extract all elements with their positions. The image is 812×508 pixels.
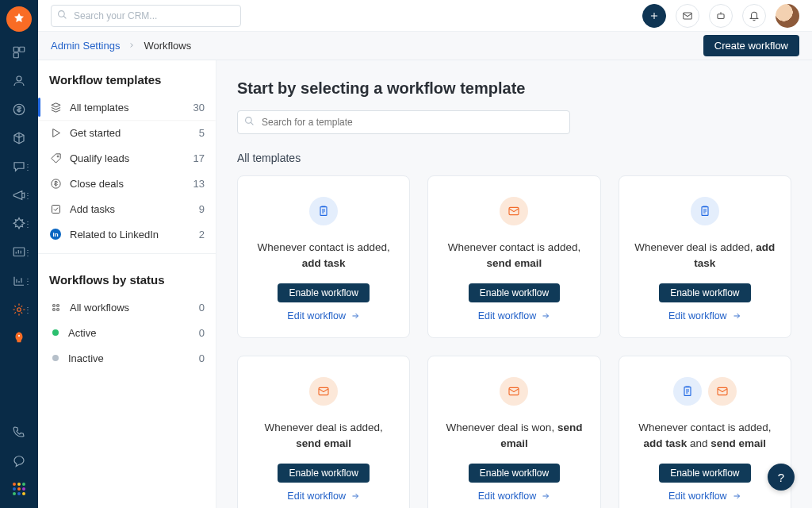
- search-input[interactable]: [51, 5, 241, 27]
- check-icon: [49, 203, 62, 215]
- rail-analytics[interactable]: [5, 240, 33, 265]
- rail-dashboard[interactable]: [5, 40, 33, 65]
- status-dot: [52, 355, 59, 361]
- tag-icon: [49, 152, 62, 164]
- svg-point-6: [17, 308, 21, 312]
- svg-rect-1: [20, 47, 25, 52]
- rail-settings[interactable]: [5, 297, 33, 322]
- svg-point-8: [59, 10, 65, 17]
- template-card: Whenever deal is won, send emailEnable w…: [427, 356, 600, 508]
- svg-rect-2: [13, 53, 18, 58]
- dollar-icon: [49, 178, 62, 190]
- linkedin-icon: in: [49, 229, 62, 240]
- rail-deals[interactable]: [5, 97, 33, 122]
- rail-automations[interactable]: [5, 211, 33, 237]
- sidebar-item-label: Qualify leads: [70, 152, 129, 164]
- card-icons: [673, 377, 737, 406]
- edit-workflow-link[interactable]: Edit workflow: [478, 491, 551, 502]
- chevron-right-icon: [128, 40, 136, 52]
- template-grid: Whenever contact is added, add taskEnabl…: [237, 175, 791, 508]
- sidebar-template-qualify-leads[interactable]: Qualify leads17: [38, 145, 216, 171]
- content-area: Start by selecting a workflow template A…: [216, 60, 812, 508]
- edit-workflow-link[interactable]: Edit workflow: [287, 310, 360, 321]
- card-icons: [691, 197, 719, 225]
- svg-rect-0: [13, 47, 18, 52]
- edit-workflow-link[interactable]: Edit workflow: [478, 310, 551, 321]
- brand-logo[interactable]: [6, 6, 32, 32]
- template-search: [237, 110, 570, 134]
- sidebar-item-label: Add tasks: [70, 203, 115, 215]
- rail-chat[interactable]: [5, 448, 33, 473]
- help-fab[interactable]: ?: [768, 464, 795, 491]
- sidebar-item-label: Close deals: [70, 178, 124, 190]
- sidebar-item-count: 0: [199, 327, 205, 339]
- create-workflow-button[interactable]: Create workflow: [703, 35, 799, 56]
- rail-reports[interactable]: [5, 268, 33, 294]
- play-icon: [49, 127, 62, 139]
- sidebar-item-count: 0: [199, 352, 205, 364]
- card-title: Whenever deal is added, send email: [252, 420, 395, 451]
- sidebar-item-count: 13: [193, 178, 205, 190]
- edit-workflow-link[interactable]: Edit workflow: [668, 310, 741, 321]
- rail-phone[interactable]: [5, 419, 33, 444]
- sidebar-template-get-started[interactable]: Get started5: [38, 120, 216, 145]
- template-search-input[interactable]: [237, 110, 570, 134]
- sidebar-item-label: Get started: [70, 127, 121, 139]
- svg-rect-10: [718, 13, 724, 18]
- rail-campaigns[interactable]: [5, 183, 33, 208]
- template-card: Whenever deal is added, add taskEnable w…: [619, 175, 791, 338]
- sidebar-item-count: 2: [199, 229, 205, 241]
- sidebar-item-count: 5: [199, 127, 205, 139]
- templates-section-title: Workflow templates: [38, 60, 216, 94]
- card-title: Whenever contact is added, send email: [442, 240, 585, 271]
- status-section-title: Workflows by status: [38, 260, 216, 294]
- search-icon: [244, 116, 255, 129]
- enable-workflow-button[interactable]: Enable workflow: [659, 283, 750, 302]
- card-icons: [500, 197, 528, 225]
- sidebar-item-count: 30: [193, 102, 205, 114]
- template-card: Whenever contact is added, add taskEnabl…: [237, 175, 410, 338]
- card-icons: [309, 377, 338, 406]
- sidebar-item-label: Active: [68, 327, 96, 339]
- sidebar-item-label: Related to LinkedIn: [70, 229, 159, 241]
- sidebar-status-all-workflows[interactable]: All workflows0: [38, 294, 216, 320]
- rail-apps[interactable]: [5, 476, 33, 502]
- user-avatar[interactable]: [776, 4, 799, 28]
- sidebar-template-add-tasks[interactable]: Add tasks9: [38, 196, 216, 221]
- rail-contacts[interactable]: [5, 68, 33, 94]
- edit-workflow-link[interactable]: Edit workflow: [668, 491, 741, 502]
- notifications-button[interactable]: [742, 4, 766, 28]
- rail-conversations[interactable]: [5, 154, 33, 179]
- card-icons: [309, 197, 338, 225]
- sidebar-template-close-deals[interactable]: Close deals13: [38, 171, 216, 196]
- sidebar-template-related-to-linkedin[interactable]: inRelated to LinkedIn2: [38, 221, 216, 247]
- freddy-button[interactable]: [709, 4, 733, 28]
- svg-point-3: [17, 76, 21, 81]
- breadcrumb-bar: Admin Settings Workflows Create workflow: [38, 32, 812, 60]
- add-button[interactable]: [642, 4, 666, 28]
- svg-point-7: [18, 335, 20, 337]
- sidebar-status-inactive[interactable]: Inactive0: [38, 345, 216, 371]
- breadcrumb-root[interactable]: Admin Settings: [51, 40, 120, 52]
- sidebar-item-label: Inactive: [68, 352, 104, 364]
- rail-products[interactable]: [5, 125, 33, 151]
- card-icons: [500, 377, 528, 406]
- sidebar-status-active[interactable]: Active0: [38, 320, 216, 345]
- rail-rocket[interactable]: [5, 325, 33, 351]
- card-title: Whenever deal is won, send email: [442, 420, 585, 451]
- card-title: Whenever contact is added, add task and …: [634, 420, 776, 451]
- enable-workflow-button[interactable]: Enable workflow: [469, 464, 560, 483]
- enable-workflow-button[interactable]: Enable workflow: [659, 464, 750, 483]
- task-icon: [673, 377, 702, 406]
- sidebar-template-all-templates[interactable]: All templates30: [38, 94, 216, 120]
- mail-button[interactable]: [676, 4, 699, 28]
- enable-workflow-button[interactable]: Enable workflow: [278, 464, 369, 483]
- stack-icon: [49, 102, 62, 114]
- apps-grid-icon: [13, 483, 25, 495]
- enable-workflow-button[interactable]: Enable workflow: [469, 283, 560, 302]
- enable-workflow-button[interactable]: Enable workflow: [278, 283, 369, 302]
- edit-workflow-link[interactable]: Edit workflow: [287, 491, 360, 502]
- card-title: Whenever contact is added, add task: [252, 240, 395, 271]
- sidebar-item-count: 9: [199, 203, 205, 215]
- status-dot: [52, 329, 59, 336]
